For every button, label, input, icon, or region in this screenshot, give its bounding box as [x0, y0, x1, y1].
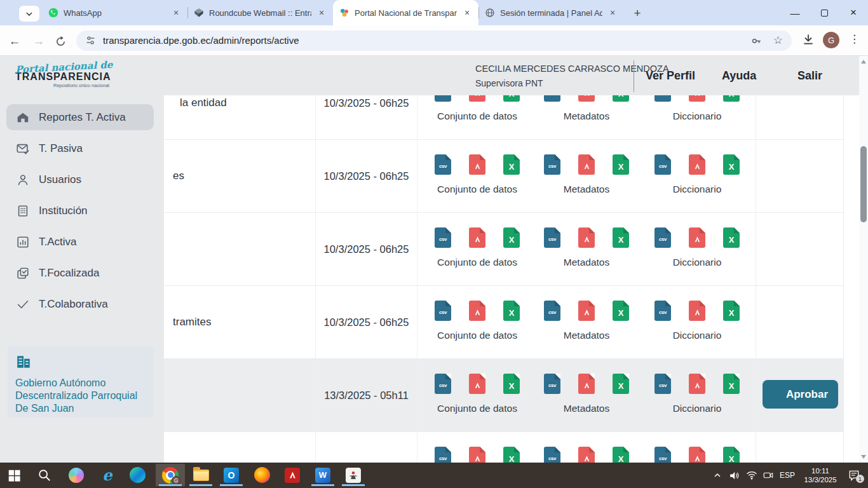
taskbar-acrobat-icon[interactable]: [278, 464, 307, 486]
xls-file-icon[interactable]: X: [723, 374, 740, 394]
csv-file-icon[interactable]: csv: [544, 374, 560, 394]
wifi-icon[interactable]: [743, 463, 760, 488]
pdf-file-icon[interactable]: [689, 374, 705, 394]
browser-tab[interactable]: Roundcube Webmail :: Entrada×: [187, 0, 333, 25]
csv-file-icon[interactable]: csv: [544, 154, 560, 175]
close-window-button[interactable]: ×: [839, 0, 868, 25]
pdf-file-icon[interactable]: [469, 154, 485, 175]
csv-file-icon[interactable]: csv: [435, 154, 451, 175]
taskbar-java-app-icon[interactable]: [339, 464, 368, 486]
pdf-file-icon[interactable]: [689, 95, 705, 102]
back-button[interactable]: ←: [6, 33, 23, 50]
csv-file-icon[interactable]: csv: [435, 301, 451, 321]
language-indicator[interactable]: ESP: [776, 463, 798, 488]
salir-link[interactable]: Salir: [797, 69, 822, 83]
csv-file-icon[interactable]: csv: [435, 374, 451, 394]
xls-file-icon[interactable]: X: [503, 447, 520, 463]
xls-file-icon[interactable]: X: [503, 374, 520, 394]
xls-file-icon[interactable]: X: [503, 227, 520, 248]
pdf-file-icon[interactable]: [469, 374, 485, 394]
pdf-file-icon[interactable]: [689, 447, 705, 463]
scrollbar-thumb[interactable]: [860, 146, 867, 222]
url-text[interactable]: transparencia.dpe.gob.ec/admin/reports/a…: [103, 35, 299, 46]
address-bar[interactable]: transparencia.dpe.gob.ec/admin/reports/a…: [76, 30, 792, 51]
ver-perfil-link[interactable]: Ver Perfil: [646, 69, 695, 83]
xls-file-icon[interactable]: X: [503, 154, 520, 175]
password-manager-icon[interactable]: [750, 35, 763, 50]
taskbar-word-icon[interactable]: W: [308, 464, 337, 486]
bookmark-star-icon[interactable]: ☆: [773, 34, 783, 47]
csv-file-icon[interactable]: csv: [654, 447, 671, 463]
taskbar-chrome-icon[interactable]: G: [156, 464, 185, 486]
sidebar-item-instituci-n[interactable]: Institución: [6, 198, 154, 224]
xls-file-icon[interactable]: X: [723, 227, 740, 248]
downloads-icon[interactable]: [802, 33, 815, 48]
sidebar-item-reportes-t-activa[interactable]: Reportes T. Activa: [6, 104, 154, 130]
volume-icon[interactable]: [726, 463, 742, 488]
clock[interactable]: 10:11 13/3/2025: [799, 463, 841, 488]
pdf-file-icon[interactable]: [469, 447, 485, 463]
xls-file-icon[interactable]: X: [613, 154, 629, 175]
sidebar-item-t-focalizada[interactable]: T.Focalizada: [6, 260, 154, 286]
action-center-icon[interactable]: 1: [843, 463, 865, 488]
xls-file-icon[interactable]: X: [723, 95, 740, 102]
browser-tab[interactable]: WhatsApp×: [42, 0, 187, 25]
tab-close-icon[interactable]: ×: [316, 8, 327, 18]
reload-button[interactable]: [52, 33, 69, 50]
taskbar-copilot-icon[interactable]: [62, 464, 91, 486]
tab-close-icon[interactable]: ×: [607, 8, 618, 18]
xls-file-icon[interactable]: X: [503, 301, 520, 321]
forward-button[interactable]: →: [31, 33, 47, 50]
xls-file-icon[interactable]: X: [613, 374, 629, 394]
xls-file-icon[interactable]: X: [613, 95, 629, 102]
meet-now-icon[interactable]: [760, 463, 776, 488]
xls-file-icon[interactable]: X: [613, 447, 629, 463]
pdf-file-icon[interactable]: [689, 301, 705, 321]
taskbar-search-icon[interactable]: [30, 464, 59, 486]
sidebar-item-t-activa[interactable]: T.Activa: [6, 229, 154, 255]
pdf-file-icon[interactable]: [578, 374, 595, 394]
ayuda-link[interactable]: Ayuda: [722, 69, 756, 83]
scroll-down-arrow[interactable]: [861, 455, 866, 459]
tab-close-icon[interactable]: ×: [171, 8, 181, 18]
tab-close-icon[interactable]: ×: [462, 8, 472, 18]
pdf-file-icon[interactable]: [469, 95, 485, 102]
pdf-file-icon[interactable]: [578, 301, 595, 321]
csv-file-icon[interactable]: csv: [654, 154, 671, 175]
browser-menu-icon[interactable]: ⋮: [849, 32, 860, 46]
csv-file-icon[interactable]: csv: [654, 374, 671, 394]
csv-file-icon[interactable]: csv: [654, 227, 671, 248]
sidebar-item-usuarios[interactable]: Usuarios: [6, 166, 154, 193]
pdf-file-icon[interactable]: [689, 154, 705, 175]
taskbar-start-icon[interactable]: [0, 464, 29, 486]
csv-file-icon[interactable]: csv: [544, 227, 560, 248]
pdf-file-icon[interactable]: [689, 227, 705, 248]
sidebar-item-t-pasiva[interactable]: T. Pasiva: [6, 135, 154, 161]
taskbar-file-explorer-icon[interactable]: [186, 464, 215, 486]
xls-file-icon[interactable]: X: [723, 447, 740, 463]
csv-file-icon[interactable]: csv: [435, 447, 451, 463]
csv-file-icon[interactable]: csv: [544, 447, 560, 463]
minimize-button[interactable]: —: [780, 0, 810, 25]
approve-button[interactable]: Aprobar: [763, 380, 838, 409]
tab-search-button[interactable]: [19, 6, 39, 22]
browser-tab[interactable]: Sesión terminada | Panel Admin×: [478, 0, 624, 25]
xls-file-icon[interactable]: X: [503, 95, 520, 102]
taskbar-edge-icon[interactable]: [123, 464, 152, 486]
browser-tab[interactable]: Portal Nacional de Transparenc×: [333, 0, 478, 25]
taskbar-internet-explorer-icon[interactable]: e: [93, 464, 122, 486]
pdf-file-icon[interactable]: [578, 227, 595, 248]
new-tab-button[interactable]: +: [629, 5, 646, 22]
csv-file-icon[interactable]: csv: [435, 227, 451, 248]
taskbar-firefox-icon[interactable]: [247, 464, 276, 486]
csv-file-icon[interactable]: csv: [435, 95, 451, 102]
maximize-button[interactable]: [810, 0, 839, 25]
xls-file-icon[interactable]: X: [613, 301, 629, 321]
tray-expand-icon[interactable]: [710, 463, 724, 488]
pdf-file-icon[interactable]: [578, 447, 595, 463]
sidebar-item-t-colaborativa[interactable]: T.Colaborativa: [6, 291, 154, 317]
xls-file-icon[interactable]: X: [723, 301, 740, 321]
csv-file-icon[interactable]: csv: [654, 95, 671, 102]
xls-file-icon[interactable]: X: [613, 227, 629, 248]
pdf-file-icon[interactable]: [469, 301, 485, 321]
